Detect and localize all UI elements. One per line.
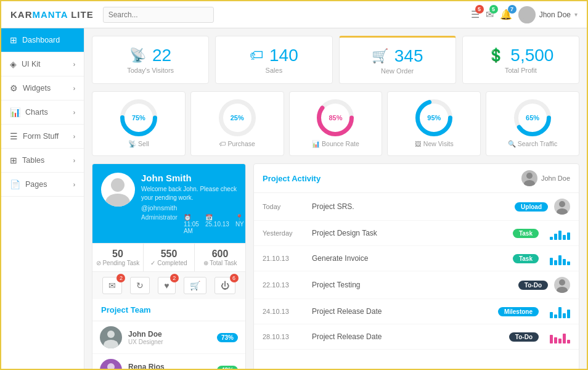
sales-icon: 🏷 [250, 47, 263, 64]
list-item: Rena Rios UX Designer 43% [92, 354, 245, 369]
activity-user: John Doe [521, 170, 570, 186]
activity-date: 28.10.13 [263, 333, 306, 340]
power-action-button[interactable]: ⏻ 6 [214, 277, 235, 294]
bar-2 [558, 231, 561, 240]
chevron-right-icon: › [73, 109, 75, 116]
sidebar-item-dashboard[interactable]: ⊞ Dashboard [1, 28, 84, 52]
bell-badge: 7 [508, 5, 517, 14]
sidebar-item-formstuff[interactable]: ☰ Form Stuff › [1, 125, 84, 149]
mail-action-button[interactable]: ✉ 2 [102, 277, 122, 294]
team-member-badge: 73% [217, 333, 238, 342]
svg-point-27 [557, 208, 568, 215]
visitors-icon: 📡 [129, 47, 146, 64]
team-member-name: Rena Rios [128, 363, 165, 369]
profile-location: 📍 NY [235, 214, 244, 234]
mail-badge: 5 [489, 5, 498, 14]
donut-card-purchase: 25% 🏷 Purchase [190, 91, 284, 156]
profile-date: 📅 25.10.13 [205, 214, 229, 234]
right-panel: Project Activity John Doe Today Project … [253, 163, 579, 369]
donut-chart: 95% [415, 99, 452, 136]
sidebar-item-uikit[interactable]: ◈ UI Kit › [1, 52, 84, 76]
visitors-number: 22 [152, 46, 171, 65]
bar-4 [567, 310, 570, 318]
profile-info: John Smith Welcome back John. Please che… [141, 173, 244, 234]
cart-action-button[interactable]: 🛒 [184, 277, 206, 294]
team-member-role: UX Designer [128, 339, 163, 345]
profile-stat-completed: 550 ✓ Completed [144, 244, 195, 271]
table-row: 24.10.13 Project Release Date Milestone [254, 299, 579, 324]
donut-percent: 95% [427, 114, 441, 121]
bar-0 [550, 312, 553, 318]
activity-header: Project Activity John Doe [254, 164, 579, 193]
refresh-action-button[interactable]: ↻ [130, 277, 150, 294]
left-panel: John Smith Welcome back John. Please che… [92, 163, 246, 369]
donut-chart: 25% [219, 99, 256, 136]
bar-3 [563, 313, 566, 318]
mail-button[interactable]: ✉ 5 [486, 9, 494, 20]
pending-label: ⊘ Pending Task [95, 260, 141, 266]
sidebar-item-label: Charts [25, 108, 48, 117]
messages-button[interactable]: ☰ 5 [471, 9, 480, 20]
power-action-badge: 6 [230, 274, 239, 282]
svg-point-28 [559, 279, 565, 286]
activity-desc: Project SRS. [312, 202, 508, 211]
bar-4 [567, 232, 570, 240]
dashboard-icon: ⊞ [10, 35, 17, 45]
heart-action-button[interactable]: ♥ 2 [158, 277, 175, 294]
profile-role: Administrator [141, 214, 178, 234]
bar-1 [554, 314, 557, 318]
user-name: Jhon Doe [539, 10, 571, 19]
search-input[interactable] [103, 7, 214, 23]
bottom-row: John Smith Welcome back John. Please che… [92, 163, 579, 369]
chevron-down-icon: ▾ [574, 11, 578, 18]
donut-percent: 75% [132, 114, 145, 121]
bell-button[interactable]: 🔔 7 [500, 9, 512, 20]
profile-stat-total: 600 ⊕ Total Task [195, 244, 245, 271]
app-wrapper: KARMANTA LITE ☰ 5 ✉ 5 🔔 7 Jhon Doe ▾ [0, 0, 588, 370]
donut-card-search-traffic: 65% 🔍 Search Traffic [486, 91, 579, 156]
bar-3 [563, 334, 566, 343]
donut-chart: 75% [120, 99, 157, 136]
main-area: ⊞ Dashboard ◈ UI Kit › ⚙ Widgets › 📊 Cha… [1, 28, 587, 369]
sidebar-item-tables[interactable]: ⊞ Tables › [1, 149, 84, 173]
sidebar-item-widgets[interactable]: ⚙ Widgets › [1, 76, 84, 101]
profile-header: John Smith Welcome back John. Please che… [92, 164, 245, 243]
activity-tag: To-Do [509, 332, 539, 342]
chevron-right-icon: › [73, 133, 75, 140]
chevron-right-icon: › [73, 85, 75, 92]
mail-action-badge: 2 [116, 274, 125, 282]
activity-desc: Project Testing [312, 281, 512, 289]
stat-card-sales: 🏷 140 Sales [215, 36, 332, 84]
bar-0 [550, 335, 553, 343]
donut-card-bounce-rate: 85% 📊 Bounce Rate [289, 91, 383, 156]
activity-date: 21.10.13 [263, 255, 306, 262]
stat-card-visitors: 📡 22 Today's Visitors [92, 36, 209, 84]
bar-0 [550, 237, 553, 240]
sidebar-item-label: Dashboard [22, 36, 60, 44]
activity-tag: Task [513, 229, 539, 238]
sidebar: ⊞ Dashboard ◈ UI Kit › ⚙ Widgets › 📊 Cha… [1, 28, 84, 369]
sales-number: 140 [269, 46, 298, 65]
donut-percent: 25% [231, 114, 244, 121]
team-section-title: Project Team [92, 299, 245, 321]
completed-label: ✓ Completed [146, 260, 192, 266]
user-info[interactable]: Jhon Doe ▾ [518, 6, 578, 23]
widgets-icon: ⚙ [10, 83, 18, 93]
sidebar-item-pages[interactable]: 📄 Pages › [1, 173, 84, 197]
activity-list: Today Project SRS. Upload Yesterday Proj… [254, 193, 579, 350]
svg-point-29 [557, 287, 568, 293]
orders-number: 345 [394, 46, 423, 66]
activity-user-name: John Doe [541, 175, 570, 182]
uikit-icon: ◈ [10, 59, 17, 69]
donut-row: 75% 📡 Sell 25% 🏷 Purchase 85% 📊 Bounce R… [92, 91, 579, 156]
bar-4 [567, 261, 570, 265]
bar-1 [554, 260, 557, 265]
activity-desc: Project Design Task [312, 229, 507, 237]
sidebar-item-label: Form Stuff [23, 132, 59, 141]
sidebar-item-charts[interactable]: 📊 Charts › [1, 101, 84, 125]
mini-chart [550, 252, 570, 265]
stat-card-profit: 💲 5,500 Total Profit [462, 36, 579, 84]
bar-1 [554, 337, 557, 343]
profile-username: @johnsmith [141, 204, 244, 212]
stat-card-orders: 🛒 345 New Order [339, 36, 456, 84]
